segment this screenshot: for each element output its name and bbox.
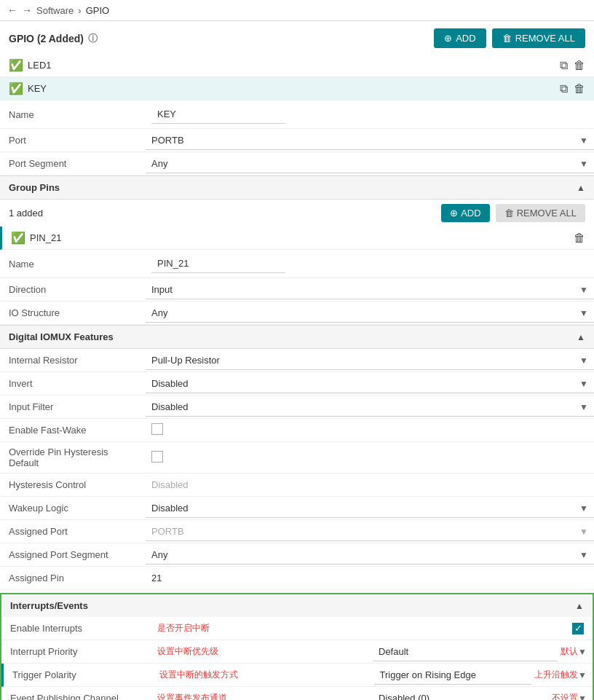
assigned-port-row: Assigned Port PORTB ▼ — [0, 520, 594, 543]
pin-count-label: 1 added — [9, 208, 43, 219]
digital-iomux-section-header[interactable]: Digital IOMUX Features ▲ — [0, 325, 594, 349]
chevron-down-icon: ▼ — [578, 693, 587, 701]
plus-icon: ⊕ — [444, 33, 452, 44]
interrupts-section: Interrupts/Events ▲ Enable Interrupts 是否… — [0, 593, 594, 700]
port-select[interactable]: PORTB — [146, 131, 594, 150]
event-publishing-row: Event Publishing Channel 设置事件发布通道 Disabl… — [1, 687, 593, 700]
list-item[interactable]: ✅ LED1 ⧉ 🗑 — [0, 54, 594, 77]
wakeup-select[interactable]: Disabled — [146, 499, 594, 518]
group-pins-section-header[interactable]: Group Pins ▲ — [0, 176, 594, 200]
event-annotation: 设置事件发布通道 — [157, 693, 227, 700]
remove-all-pins-button[interactable]: 🗑 REMOVE ALL — [496, 204, 585, 222]
trash-icon: 🗑 — [504, 208, 514, 219]
breadcrumb-sep: › — [78, 5, 81, 16]
trigger-annotation: 设置中断的触发方式 — [159, 669, 238, 680]
group-pins-content: 1 added ⊕ ADD 🗑 REMOVE ALL ✅ PIN_21 🗑 Na… — [0, 200, 594, 325]
chevron-up-icon: ▲ — [577, 332, 585, 342]
invert-row: Invert Disabled ▼ — [0, 372, 594, 396]
assigned-pin-value: 21 — [146, 568, 594, 588]
port-label: Port — [0, 130, 146, 150]
io-structure-label: IO Structure — [0, 303, 146, 323]
port-row: Port PORTB ▼ — [0, 129, 594, 152]
enable-interrupts-annotation: 是否开启中断 — [157, 622, 210, 634]
chevron-up-icon: ▲ — [575, 601, 584, 611]
port-segment-label: Port Segment — [0, 154, 146, 173]
override-pin-checkbox[interactable] — [151, 451, 163, 463]
assigned-pin-row: Assigned Pin 21 — [0, 567, 594, 590]
pin-item-row[interactable]: ✅ PIN_21 🗑 — [0, 227, 594, 250]
invert-label: Invert — [0, 374, 146, 393]
assigned-pin-label: Assigned Pin — [0, 568, 146, 588]
wakeup-select-wrapper: Disabled ▼ — [146, 499, 594, 518]
event-annotation2: 不设置 — [552, 692, 578, 700]
enable-fastwake-label: Enable Fast-Wake — [0, 420, 146, 440]
direction-row: Direction Input ▼ — [0, 278, 594, 302]
copy-button[interactable]: ⧉ — [560, 82, 568, 95]
trigger-annotation2: 上升沿触发 — [534, 669, 578, 681]
port-segment-select[interactable]: Any — [146, 154, 594, 173]
assigned-port-select[interactable]: PORTB — [146, 522, 594, 541]
internal-resistor-select[interactable]: Pull-Up Resistor — [146, 351, 594, 370]
assigned-port-segment-select[interactable]: Any — [146, 546, 594, 565]
pin-name-input[interactable] — [151, 254, 285, 273]
hysteresis-row: Hysteresis Control Disabled — [0, 473, 594, 497]
invert-select[interactable]: Disabled — [146, 374, 594, 393]
internal-resistor-select-wrapper: Pull-Up Resistor ▼ — [146, 351, 594, 370]
trigger-polarity-row: Trigger Polarity 设置中断的触发方式 Trigger on Ri… — [1, 664, 593, 687]
direction-select[interactable]: Input — [146, 280, 594, 299]
name-row: Name — [0, 101, 594, 129]
item-name: KEY — [28, 83, 47, 94]
hysteresis-label: Hysteresis Control — [0, 475, 146, 495]
trigger-polarity-label: Trigger Polarity — [4, 665, 149, 685]
io-structure-row: IO Structure Any ▼ — [0, 302, 594, 325]
remove-all-button[interactable]: 🗑 REMOVE ALL — [492, 28, 585, 48]
add-button[interactable]: ⊕ ADD — [434, 28, 486, 48]
breadcrumb: ← → Software › GPIO — [0, 0, 594, 21]
wakeup-label: Wakeup Logic — [0, 498, 146, 518]
enable-interrupts-label: Enable Interrupts — [1, 618, 147, 638]
pin-name: PIN_21 — [30, 232, 61, 243]
breadcrumb-gpio: GPIO — [86, 5, 110, 16]
digital-iomux-label: Digital IOMUX Features — [9, 331, 114, 342]
copy-button[interactable]: ⧉ — [560, 59, 568, 72]
input-filter-select[interactable]: Disabled — [146, 398, 594, 417]
input-filter-select-wrapper: Disabled ▼ — [146, 398, 594, 417]
assigned-port-label: Assigned Port — [0, 522, 146, 541]
interrupts-section-header[interactable]: Interrupts/Events ▲ — [1, 594, 593, 617]
forward-button[interactable]: → — [22, 4, 32, 16]
interrupt-priority-select[interactable]: Default — [373, 642, 558, 661]
delete-button[interactable]: 🗑 — [574, 82, 585, 95]
priority-annotation2: 默认 — [561, 645, 578, 658]
interrupt-priority-label: Interrupt Priority — [1, 642, 147, 661]
breadcrumb-software[interactable]: Software — [36, 5, 74, 16]
hysteresis-value: Disabled — [146, 475, 594, 495]
chevron-down-icon: ▼ — [578, 647, 587, 657]
priority-annotation: 设置中断优先级 — [157, 646, 218, 656]
trigger-polarity-select[interactable]: Trigger on Rising Edge — [374, 666, 532, 685]
list-item[interactable]: ✅ KEY ⧉ 🗑 — [0, 77, 594, 101]
direction-label: Direction — [0, 280, 146, 299]
invert-select-wrapper: Disabled ▼ — [146, 374, 594, 393]
enable-interrupts-checkbox[interactable]: ✓ — [572, 623, 584, 634]
event-publishing-label: Event Publishing Channel — [1, 688, 147, 700]
name-input[interactable] — [151, 105, 285, 124]
enable-fastwake-checkbox[interactable] — [151, 423, 163, 435]
port-segment-select-wrapper: Any ▼ — [146, 154, 594, 173]
item-name: LED1 — [28, 60, 52, 71]
io-structure-select[interactable]: Any — [146, 304, 594, 323]
info-icon[interactable]: ⓘ — [88, 32, 98, 45]
add-pin-button[interactable]: ⊕ ADD — [441, 204, 489, 222]
delete-button[interactable]: 🗑 — [574, 59, 585, 72]
port-segment-row: Port Segment Any ▼ — [0, 152, 594, 176]
pin-name-label: Name — [0, 254, 146, 274]
override-pin-label: Override Pin Hysteresis Default — [0, 442, 146, 473]
back-button[interactable]: ← — [7, 4, 17, 16]
event-publishing-select[interactable]: Disabled (0) — [373, 689, 549, 701]
check-icon: ✅ — [11, 231, 25, 245]
internal-resistor-label: Internal Resistor — [0, 350, 146, 370]
name-value[interactable] — [146, 101, 594, 128]
input-filter-row: Input Filter Disabled ▼ — [0, 396, 594, 419]
check-icon: ✅ — [9, 82, 23, 95]
delete-pin-button[interactable]: 🗑 — [574, 232, 585, 245]
chevron-down-icon: ▼ — [578, 670, 587, 680]
